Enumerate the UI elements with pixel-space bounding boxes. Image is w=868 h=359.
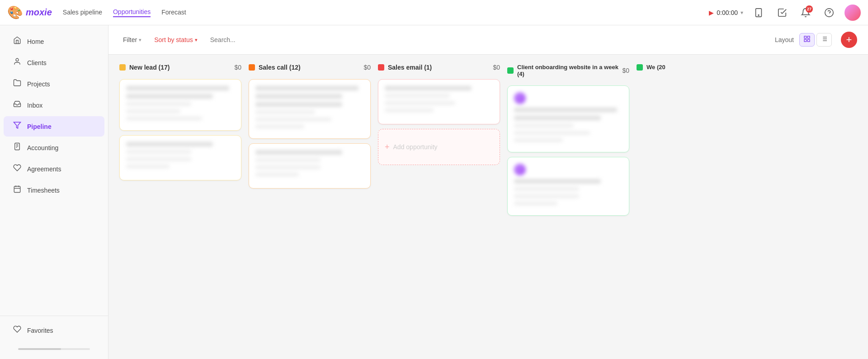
filter-chevron-icon: ▾	[139, 37, 142, 43]
sidebar-label-projects: Projects	[27, 80, 50, 88]
sidebar-label-agreements: Agreements	[27, 165, 61, 173]
add-opportunity-button[interactable]: +	[841, 32, 857, 48]
kanban-card[interactable]	[249, 79, 371, 139]
col-header-client-onboarding: Client onboarding website in a week (4) …	[507, 62, 629, 81]
sort-button[interactable]: Sort by status ▾	[151, 34, 201, 45]
col-amount-new-lead: $0	[234, 64, 241, 71]
topnav-right: ▶ 0:00:00 ▾ 27	[709, 5, 861, 21]
logo[interactable]: 🎨 moxie	[7, 5, 52, 20]
col-dot-new-lead	[119, 64, 126, 71]
col-title-new-lead: New lead (17)	[129, 64, 231, 71]
topnav: 🎨 moxie Sales pipeline Opportunities For…	[0, 0, 868, 25]
kanban-board: New lead (17) $0	[108, 55, 868, 359]
col-amount-sales-email: $0	[493, 64, 500, 71]
home-icon	[13, 36, 22, 47]
add-opp-label: Add opportunity	[393, 143, 438, 151]
logo-text: moxie	[26, 7, 52, 18]
favorites-icon	[13, 325, 22, 335]
svg-rect-10	[14, 186, 20, 193]
kanban-card[interactable]	[507, 157, 629, 216]
col-title-client-onboarding: Client onboarding website in a week (4)	[517, 64, 618, 77]
svg-rect-16	[804, 39, 807, 42]
logo-icon: 🎨	[7, 5, 23, 20]
kanban-card[interactable]	[119, 135, 241, 180]
sort-label: Sort by status	[154, 36, 193, 43]
clients-icon	[13, 57, 22, 68]
kanban-card[interactable]	[507, 85, 629, 152]
topnav-links: Sales pipeline Opportunities Forecast	[63, 8, 186, 17]
sidebar-label-pipeline: Pipeline	[27, 123, 52, 130]
layout-buttons	[799, 33, 832, 47]
sidebar-item-projects[interactable]: Projects	[4, 74, 104, 94]
content-area: Filter ▾ Sort by status ▾ Layout +	[108, 25, 868, 359]
col-header-new-lead: New lead (17) $0	[119, 62, 241, 75]
kanban-card[interactable]	[249, 143, 371, 189]
col-dot-client-onboarding	[507, 67, 514, 74]
sidebar-item-timesheets[interactable]: Timesheets	[4, 180, 104, 200]
inbox-icon	[13, 100, 22, 110]
help-button[interactable]	[821, 5, 837, 21]
list-layout-button[interactable]	[816, 33, 832, 47]
sidebar-item-inbox[interactable]: Inbox	[4, 95, 104, 115]
nav-sales-pipeline[interactable]: Sales pipeline	[63, 9, 102, 17]
filter-button[interactable]: Filter ▾	[119, 34, 145, 45]
layout-label: Layout	[775, 36, 794, 43]
sidebar-label-clients: Clients	[27, 59, 47, 66]
col-amount-sales-call: $0	[363, 64, 371, 71]
timer-button[interactable]: ▶ 0:00:00 ▾	[709, 9, 743, 16]
sidebar-item-agreements[interactable]: Agreements	[4, 159, 104, 179]
pipeline-icon	[13, 121, 22, 132]
col-header-sales-email: Sales email (1) $0	[378, 62, 500, 75]
notifications-button[interactable]: 27	[797, 5, 814, 21]
svg-rect-15	[807, 36, 810, 38]
nav-forecast[interactable]: Forecast	[161, 9, 186, 17]
timer-display: 0:00:00	[717, 9, 738, 16]
sidebar-item-pipeline[interactable]: Pipeline	[4, 116, 104, 137]
svg-rect-17	[807, 39, 810, 42]
col-title-sales-email: Sales email (1)	[388, 64, 489, 71]
filter-label: Filter	[123, 36, 137, 43]
kanban-col-sales-email: Sales email (1) $0 + Add opportunity	[378, 62, 500, 165]
sidebar-item-clients[interactable]: Clients	[4, 52, 104, 73]
avatar[interactable]	[844, 5, 861, 21]
sidebar-label-timesheets: Timesheets	[27, 187, 60, 194]
add-opportunity-inline[interactable]: + Add opportunity	[378, 129, 500, 165]
kanban-col-client-onboarding: Client onboarding website in a week (4) …	[507, 62, 629, 216]
kanban-card[interactable]	[378, 79, 500, 124]
add-opp-icon: +	[385, 142, 390, 152]
col-title-partial: We (20	[646, 64, 718, 71]
col-title-sales-call: Sales call (12)	[259, 64, 360, 71]
svg-rect-6	[15, 143, 20, 150]
search-input[interactable]	[207, 34, 769, 45]
add-icon: +	[846, 34, 852, 46]
notification-badge: 27	[806, 5, 813, 13]
checklist-icon-button[interactable]	[774, 5, 790, 21]
kanban-col-new-lead: New lead (17) $0	[119, 62, 241, 180]
toolbar: Filter ▾ Sort by status ▾ Layout +	[108, 25, 868, 55]
svg-point-1	[758, 14, 759, 15]
sidebar: Home Clients Projects Inbox Pipeline	[0, 25, 108, 359]
sidebar-label-favorites: Favorites	[27, 327, 53, 334]
sidebar-label-accounting: Accounting	[27, 144, 58, 151]
sidebar-scroll	[0, 341, 108, 354]
svg-point-2	[825, 8, 833, 16]
sidebar-label-inbox: Inbox	[27, 102, 42, 109]
col-dot-sales-email	[378, 64, 384, 71]
col-header-partial: We (20	[637, 62, 718, 74]
device-icon-button[interactable]	[750, 5, 767, 21]
svg-point-4	[16, 58, 19, 61]
accounting-icon	[13, 142, 22, 153]
grid-layout-button[interactable]	[799, 33, 815, 47]
svg-rect-14	[804, 36, 807, 38]
sidebar-item-favorites[interactable]: Favorites	[4, 320, 104, 340]
sort-chevron-icon: ▾	[195, 37, 198, 43]
kanban-col-partial: We (20	[637, 62, 718, 74]
svg-marker-5	[14, 122, 21, 128]
main-layout: Home Clients Projects Inbox Pipeline	[0, 25, 868, 359]
timesheets-icon	[13, 185, 22, 195]
sidebar-item-home[interactable]: Home	[4, 31, 104, 52]
sidebar-item-accounting[interactable]: Accounting	[4, 137, 104, 158]
kanban-card[interactable]	[119, 79, 241, 131]
nav-opportunities[interactable]: Opportunities	[113, 8, 151, 17]
col-header-sales-call: Sales call (12) $0	[249, 62, 371, 75]
